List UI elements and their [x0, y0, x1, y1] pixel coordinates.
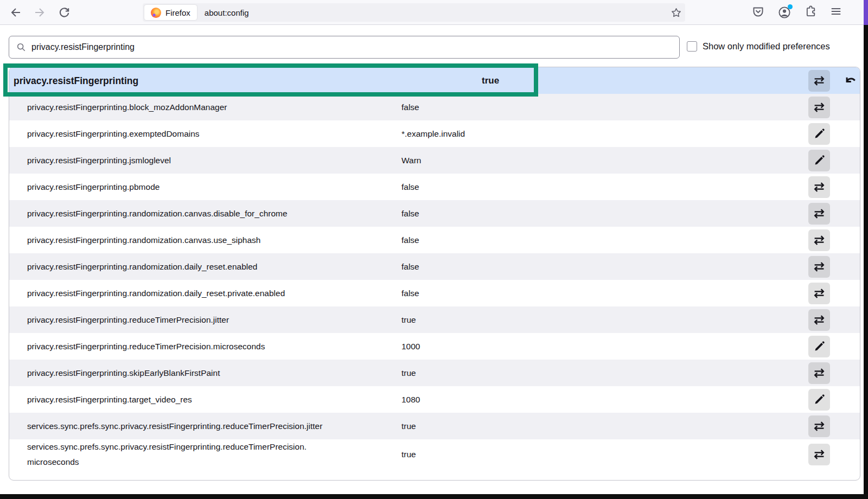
pref-name: services.​sync.​prefs.​sync.​privacy.​re… — [27, 419, 322, 434]
reload-icon[interactable] — [57, 5, 71, 20]
pref-row[interactable]: privacy.​resistFingerprinting.​target_vi… — [9, 386, 860, 413]
pref-value: 1080 — [401, 395, 420, 405]
pref-name: privacy.​resistFingerprinting.​pbmode — [27, 180, 159, 195]
toggle-button[interactable] — [808, 283, 830, 304]
toggle-button[interactable] — [808, 229, 830, 251]
pref-name: privacy.​resistFingerprinting.​block_moz… — [27, 100, 227, 115]
pref-row[interactable]: privacy.​resistFingerprinting.​randomiza… — [9, 227, 860, 253]
prefs-rows: privacy.​resistFingerprinting.​block_moz… — [9, 94, 860, 470]
screen-edge-purple — [864, 0, 868, 25]
toggle-button[interactable] — [808, 70, 830, 92]
pref-value: false — [401, 182, 419, 192]
show-modified-checkbox[interactable] — [687, 41, 697, 52]
pref-row[interactable]: privacy.​resistFingerprinting.​skipEarly… — [9, 360, 860, 386]
pref-value: 1000 — [401, 342, 420, 351]
browser-toolbar: Firefox about:config — [0, 0, 868, 25]
pref-name: privacy.​resistFingerprinting.​randomiza… — [27, 233, 260, 248]
screen-edge-right — [864, 25, 868, 499]
pref-row[interactable]: privacy.​resistFingerprinting.​pbmode fa… — [9, 174, 860, 200]
pocket-icon[interactable] — [752, 5, 764, 20]
back-icon[interactable] — [9, 5, 23, 20]
selected-pref-row[interactable]: privacy.resistFingerprinting true — [9, 67, 860, 94]
url-text[interactable]: about:config — [205, 8, 249, 17]
pref-name: privacy.resistFingerprinting — [14, 73, 138, 88]
pref-name: privacy.​resistFingerprinting.​reduceTim… — [27, 312, 229, 328]
pref-value: false — [401, 235, 419, 245]
screen-edge-bottom — [0, 494, 868, 499]
pref-value: true — [401, 421, 416, 431]
pref-value: true — [482, 75, 499, 86]
edit-button[interactable] — [808, 389, 830, 411]
pref-row[interactable]: privacy.​resistFingerprinting.​randomiza… — [9, 253, 860, 280]
pref-name: privacy.​resistFingerprinting.​randomiza… — [27, 206, 288, 221]
toggle-button[interactable] — [808, 203, 830, 225]
pref-value: false — [401, 289, 419, 298]
toggle-button[interactable] — [808, 362, 830, 384]
toggle-button[interactable] — [808, 415, 830, 437]
firefox-search-chip: Firefox — [144, 5, 197, 20]
bookmark-star-icon[interactable] — [667, 8, 685, 18]
firefox-chip-label: Firefox — [165, 8, 190, 17]
firefox-logo-icon — [151, 8, 161, 18]
pref-name: privacy.​resistFingerprinting.​randomiza… — [27, 259, 257, 274]
pref-value: true — [401, 450, 416, 459]
pref-value: *.example.invalid — [401, 129, 465, 139]
pref-row[interactable]: privacy.​resistFingerprinting.​exemptedD… — [9, 120, 860, 147]
pref-name: privacy.​resistFingerprinting.​target_vi… — [27, 392, 192, 407]
pref-value: false — [401, 209, 419, 219]
account-icon[interactable] — [778, 6, 791, 19]
account-notification-dot — [788, 4, 793, 9]
prefs-table: privacy.resistFingerprinting true privac… — [9, 67, 860, 481]
pref-name: privacy.​resistFingerprinting.​skipEarly… — [27, 366, 220, 381]
search-input-value: privacy.resistFingerprinting — [31, 42, 135, 52]
pref-row[interactable]: privacy.​resistFingerprinting.​jsmloglev… — [9, 147, 860, 174]
toggle-button[interactable] — [808, 256, 830, 278]
pref-name: privacy.​resistFingerprinting.​reduceTim… — [27, 339, 265, 354]
search-icon — [16, 42, 26, 52]
pref-row[interactable]: privacy.​resistFingerprinting.​randomiza… — [9, 200, 860, 227]
pref-name: privacy.​resistFingerprinting.​randomiza… — [27, 286, 285, 301]
pref-name: privacy.​resistFingerprinting.​exemptedD… — [27, 126, 200, 142]
toggle-button[interactable] — [808, 97, 830, 118]
toggle-button[interactable] — [808, 176, 830, 198]
pref-row[interactable]: privacy.​resistFingerprinting.​block_moz… — [9, 94, 860, 120]
edit-button[interactable] — [808, 336, 830, 357]
pref-row[interactable]: privacy.​resistFingerprinting.​reduceTim… — [9, 306, 860, 333]
toggle-button[interactable] — [808, 444, 830, 465]
pref-name: services.​sync.​prefs.​sync.​privacy.​re… — [27, 439, 353, 470]
edit-button[interactable] — [808, 123, 830, 145]
pref-value: false — [401, 262, 419, 272]
menu-icon[interactable] — [830, 5, 842, 20]
edit-button[interactable] — [808, 150, 830, 171]
pref-row[interactable]: services.​sync.​prefs.​sync.​privacy.​re… — [9, 439, 860, 470]
pref-row[interactable]: services.​sync.​prefs.​sync.​privacy.​re… — [9, 413, 860, 439]
pref-name: privacy.​resistFingerprinting.​jsmloglev… — [27, 153, 171, 168]
pref-value: Warn — [401, 156, 421, 165]
pref-row[interactable]: privacy.​resistFingerprinting.​reduceTim… — [9, 333, 860, 360]
pref-value: false — [401, 103, 419, 112]
url-bar[interactable]: Firefox about:config — [143, 3, 685, 22]
config-search-input[interactable]: privacy.resistFingerprinting — [9, 36, 680, 59]
toggle-button[interactable] — [808, 309, 830, 331]
pref-row[interactable]: privacy.​resistFingerprinting.​randomiza… — [9, 280, 860, 306]
forward-icon — [33, 5, 47, 20]
reset-button[interactable] — [840, 70, 860, 92]
pref-value: true — [401, 315, 416, 325]
extensions-icon[interactable] — [805, 5, 816, 20]
pref-value: true — [401, 368, 416, 378]
show-modified-label[interactable]: Show only modified preferences — [703, 41, 830, 52]
